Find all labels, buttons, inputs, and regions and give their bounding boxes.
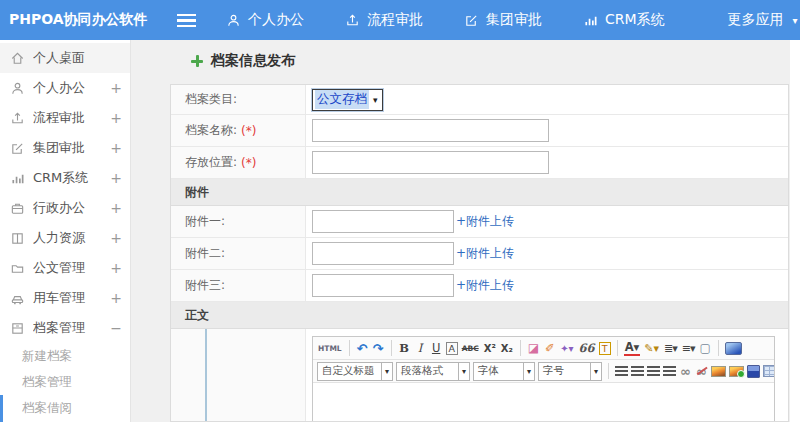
format-painter-icon[interactable]: ✦▾ [559,339,574,357]
sidebar-item[interactable]: 集团审批 + [0,133,130,163]
sidebar-item[interactable]: 个人办公 + [0,73,130,103]
name-label: 档案名称: (*) [171,115,306,146]
topnav-item[interactable]: 更多应用 ▾ [706,11,798,29]
sidebar-item[interactable]: 公文管理 + [0,253,130,283]
sidebar-item[interactable]: 个人桌面 [0,43,130,73]
sidebar-subitem[interactable]: 档案管理 [0,369,130,395]
expand-toggle-icon[interactable]: + [110,290,122,306]
new-page-icon[interactable]: ▢ [699,339,712,357]
undo-icon[interactable]: ↶ [356,339,369,357]
align-right-icon[interactable] [647,366,660,376]
attachment-input[interactable] [312,274,454,297]
image-icon[interactable] [711,366,726,377]
editor-dropdown[interactable]: 字号 ▾ [538,362,602,381]
sidebar-subitem[interactable]: 档案借阅 [0,395,130,421]
app-window: PHPOA协同办公软件 个人办公 流程审批 集团审批 [0,0,800,422]
subscript-icon[interactable]: X₂ [500,339,514,357]
expand-toggle-icon[interactable]: + [110,230,122,246]
category-select[interactable]: 公文存档 ▾ [312,89,383,111]
sidebar-item[interactable]: 人力资源 + [0,223,130,253]
storage-location-input[interactable] [312,151,549,174]
form-row-attachment: 附件二: +附件上传 [171,238,788,270]
highlight-color-icon[interactable]: ✎▾ [643,339,660,357]
toolbar-separator [608,363,609,379]
topnav-item-label: CRM系统 [605,11,665,29]
sidebar-item[interactable]: 用车管理 + [0,283,130,313]
paste-word-icon[interactable]: T [599,342,611,355]
editor-dropdown[interactable]: 段落格式 ▾ [396,362,470,381]
insert-image-icon[interactable] [729,366,744,377]
html-source-icon[interactable]: HTML [317,339,343,357]
select-caret-icon: ▾ [458,363,469,380]
redo-icon[interactable]: ↷ [372,339,385,357]
editor-toolbar-row1: HTML ↶ ↷ B I [313,337,774,360]
sidebar-item-label: 人力资源 [33,229,110,247]
align-left-icon[interactable] [615,366,628,376]
expand-toggle-icon[interactable]: + [110,140,122,156]
media-icon[interactable] [747,365,760,378]
menu-toggle-icon[interactable] [177,14,196,27]
scrollbar-track[interactable] [790,40,800,422]
sidebar-item[interactable]: 行政办公 + [0,193,130,223]
expand-toggle-icon[interactable]: + [110,80,122,96]
editor-dropdown[interactable]: 字体 ▾ [473,362,535,381]
expand-toggle-icon[interactable]: + [110,170,122,186]
attachment-input[interactable] [312,210,454,233]
blockquote-icon[interactable]: 66 [578,339,596,357]
topnav-item-label: 集团审批 [486,11,542,29]
sidebar-item-label: 流程审批 [33,109,110,127]
caret-down-icon: ▾ [793,15,798,26]
attachment-input[interactable] [312,242,454,265]
form-row-body: HTML ↶ ↷ B I [171,329,788,422]
topnav-item[interactable]: 集团审批 [464,11,551,29]
body-section-header: 正文 [171,302,788,329]
required-mark: (*) [241,124,256,138]
italic-icon[interactable]: I [414,339,427,357]
sidebar-item-label: 公文管理 [33,259,110,277]
category-select-value: 公文存档 [315,90,369,109]
fullscreen-icon[interactable] [725,342,742,355]
bold-icon[interactable]: B [398,339,411,357]
font-box-icon[interactable]: A [446,342,458,355]
eraser-icon[interactable]: ◪ [527,339,540,357]
expand-toggle-icon[interactable]: − [110,320,122,336]
archive-name-input[interactable] [312,119,549,142]
link-icon[interactable]: ∞ [679,362,692,380]
editor-dropdown[interactable]: 自定义标题 ▾ [317,362,393,381]
strikethrough-icon[interactable]: ABC [461,339,480,357]
attachment-upload-link[interactable]: +附件上传 [456,213,514,230]
rich-text-editor: HTML ↶ ↷ B I [312,336,775,422]
form-row-attachment: 附件一: +附件上传 [171,206,788,238]
category-label: 档案类目: [171,85,306,114]
sidebar-item[interactable]: 流程审批 + [0,103,130,133]
expand-toggle-icon[interactable]: + [110,200,122,216]
align-justify-icon[interactable] [663,366,676,376]
sidebar-subitem[interactable]: 新建档案 [0,343,130,369]
underline-icon[interactable]: U [430,339,443,357]
font-color-icon[interactable]: A▾ [624,341,641,356]
topbar: PHPOA协同办公软件 个人办公 流程审批 集团审批 [0,0,800,40]
attachment-upload-link[interactable]: +附件上传 [456,245,514,262]
clean-format-icon[interactable]: ✐ [543,339,556,357]
sidebar-item[interactable]: 档案管理 − [0,313,130,343]
unlink-icon[interactable]: ∞ [695,362,708,380]
align-center-icon[interactable] [631,366,644,376]
top-navigation: 个人办公 流程审批 集团审批 CRM系统 [226,11,798,29]
editor-content[interactable] [313,383,774,421]
car-icon [10,291,25,306]
topnav-item[interactable]: 个人办公 [226,11,313,29]
topnav-item[interactable]: 流程审批 [345,11,432,29]
superscript-icon[interactable]: X² [483,339,497,357]
briefcase-icon [10,201,25,216]
expand-toggle-icon[interactable]: + [110,260,122,276]
attachment-upload-link[interactable]: +附件上传 [456,277,514,294]
topnav-item[interactable]: CRM系统 [583,11,674,29]
unordered-list-icon[interactable]: ≡▾ [681,339,696,357]
expand-toggle-icon[interactable]: + [110,110,122,126]
form-row-attachment: 附件三: +附件上传 [171,270,788,302]
sidebar-item[interactable]: CRM系统 + [0,163,130,193]
table-icon[interactable] [763,365,774,377]
sidebar: 个人桌面 个人办公 + 流程审批 + 集团审批 [0,40,131,422]
attachment-label: 附件三: [171,270,306,301]
ordered-list-icon[interactable]: ≣▾ [663,339,678,357]
